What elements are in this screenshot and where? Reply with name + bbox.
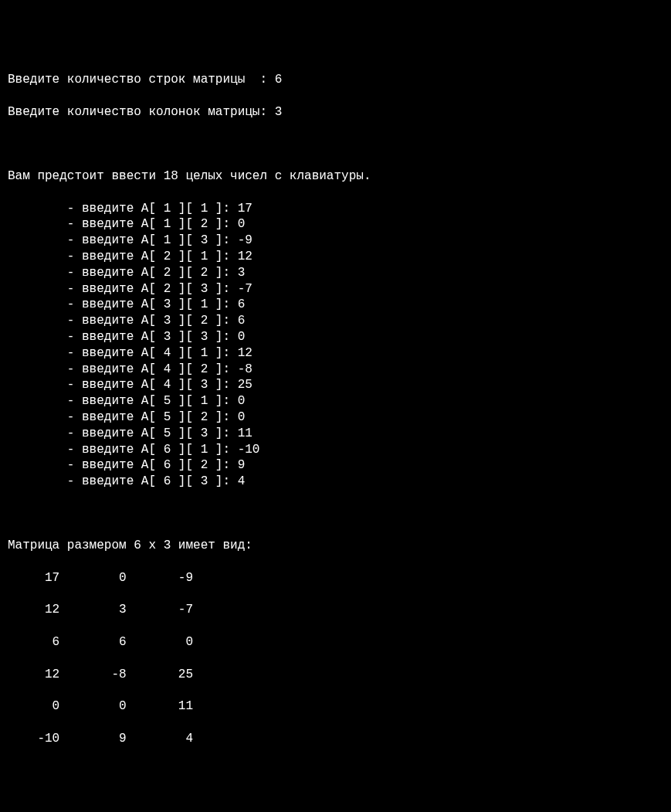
input-line: - введите A[ 1 ][ 2 ]: 0: [8, 216, 663, 233]
input-line: - введите A[ 5 ][ 2 ]: 0: [8, 409, 663, 426]
input-prefix: - введите A[ 6 ][ 2 ]:: [8, 458, 238, 472]
input-prefix: - введите A[ 2 ][ 3 ]:: [8, 282, 238, 296]
matrix-display: 17 0 -9 12 3 -7 6 6 0 12 -8 25 0 0 11 -1…: [8, 570, 663, 747]
input-line: - введите A[ 5 ][ 1 ]: 0: [8, 393, 663, 409]
input-prefix: - введите A[ 5 ][ 2 ]:: [8, 410, 238, 424]
matrix-row: 17 0 -9: [8, 570, 663, 586]
input-prefix: - введите A[ 5 ][ 1 ]:: [8, 394, 238, 408]
blank-line: [8, 763, 663, 779]
input-prefix: - введите A[ 3 ][ 1 ]:: [8, 297, 238, 311]
prompt-cols-value: 3: [275, 105, 283, 119]
input-value: 0: [238, 330, 246, 344]
input-prefix: - введите A[ 2 ][ 2 ]:: [8, 266, 238, 280]
input-prefix: - введите A[ 3 ][ 2 ]:: [8, 314, 238, 328]
prompt-rows-label: Введите количество строк матрицы :: [8, 73, 275, 87]
input-prefix: - введите A[ 6 ][ 3 ]:: [8, 474, 238, 488]
input-value: 0: [238, 410, 246, 424]
input-value: 17: [238, 202, 252, 216]
input-value: 6: [238, 314, 246, 328]
input-line: - введите A[ 5 ][ 3 ]: 11: [8, 426, 663, 442]
input-line: - введите A[ 4 ][ 1 ]: 12: [8, 345, 663, 362]
blank-line: [8, 715, 663, 731]
input-prefix: - введите A[ 3 ][ 3 ]:: [8, 330, 238, 344]
input-line: - введите A[ 6 ][ 3 ]: 4: [8, 474, 663, 490]
blank-line: [8, 586, 663, 603]
blank-line: [8, 651, 663, 667]
input-line: - введите A[ 3 ][ 2 ]: 6: [8, 313, 663, 329]
input-line: - введите A[ 6 ][ 2 ]: 9: [8, 457, 663, 474]
input-prefix: - введите A[ 6 ][ 1 ]:: [8, 443, 238, 457]
input-prefix: - введите A[ 2 ][ 1 ]:: [8, 250, 238, 263]
input-value: 0: [238, 394, 246, 408]
input-value: 4: [238, 474, 246, 488]
matrix-row: -10 9 4: [8, 731, 663, 747]
input-value: 11: [238, 426, 252, 440]
prompt-rows-value: 6: [275, 73, 283, 87]
input-value: -7: [238, 282, 252, 296]
input-prefix: - введите A[ 4 ][ 1 ]:: [8, 346, 238, 360]
input-prefix: - введите A[ 5 ][ 3 ]:: [8, 426, 238, 440]
intro-text: Вам предстоит ввести 18 целых чисел с кл…: [8, 168, 663, 185]
inputs-list: - введите A[ 1 ][ 1 ]: 17 - введите A[ 1…: [8, 201, 663, 490]
input-value: -8: [238, 362, 252, 376]
input-line: - введите A[ 4 ][ 3 ]: 25: [8, 377, 663, 393]
matrix-header: Матрица размером 6 x 3 имеет вид:: [8, 538, 663, 554]
input-line: - введите A[ 3 ][ 3 ]: 0: [8, 329, 663, 345]
blank-line: [8, 506, 663, 522]
input-prefix: - введите A[ 4 ][ 2 ]:: [8, 362, 238, 376]
matrix-row: 12 -8 25: [8, 667, 663, 683]
input-value: 12: [238, 250, 252, 263]
blank-line: [8, 682, 663, 698]
input-value: 6: [238, 297, 246, 311]
input-value: 9: [238, 458, 246, 472]
input-line: - введите A[ 1 ][ 1 ]: 17: [8, 201, 663, 217]
input-line: - введите A[ 3 ][ 1 ]: 6: [8, 297, 663, 313]
input-line: - введите A[ 4 ][ 2 ]: -8: [8, 362, 663, 378]
input-prefix: - введите A[ 1 ][ 1 ]:: [8, 202, 238, 216]
input-line: - введите A[ 6 ][ 1 ]: -10: [8, 442, 663, 458]
input-prefix: - введите A[ 4 ][ 3 ]:: [8, 378, 238, 392]
input-prefix: - введите A[ 1 ][ 2 ]:: [8, 217, 238, 231]
prompt-cols: Введите количество колонок матрицы: 3: [8, 104, 663, 121]
input-value: 3: [238, 266, 246, 280]
prompt-rows: Введите количество строк матрицы : 6: [8, 72, 663, 88]
matrix-row: 0 0 11: [8, 698, 663, 715]
input-value: 0: [238, 217, 246, 231]
input-value: -10: [238, 443, 260, 457]
input-line: - введите A[ 1 ][ 3 ]: -9: [8, 233, 663, 249]
input-line: - введите A[ 2 ][ 1 ]: 12: [8, 249, 663, 265]
input-line: - введите A[ 2 ][ 2 ]: 3: [8, 265, 663, 281]
input-value: 25: [238, 378, 252, 392]
blank-line: [8, 136, 663, 152]
input-value: -9: [238, 233, 252, 247]
matrix-row: 12 3 -7: [8, 602, 663, 618]
matrix-row: 6 6 0: [8, 634, 663, 651]
input-line: - введите A[ 2 ][ 3 ]: -7: [8, 281, 663, 297]
prompt-cols-label: Введите количество колонок матрицы:: [8, 105, 275, 119]
input-value: 12: [238, 346, 252, 360]
blank-line: [8, 795, 663, 811]
blank-line: [8, 618, 663, 634]
input-prefix: - введите A[ 1 ][ 3 ]:: [8, 233, 238, 247]
